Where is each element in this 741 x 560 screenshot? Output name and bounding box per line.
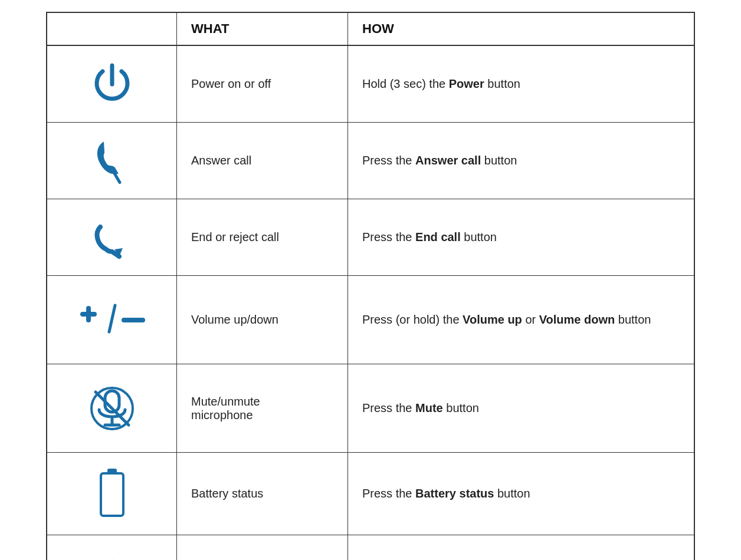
- cell-how-volume: Press (or hold) the Volume up or Volume …: [348, 276, 694, 364]
- header-how-label: HOW: [362, 21, 394, 37]
- what-battery-text: Battery status: [191, 487, 263, 500]
- bluetooth-icon: [88, 556, 136, 560]
- cell-how-answer-call: Press the Answer call button: [348, 123, 694, 199]
- how-battery-text: Press the Battery status button: [362, 487, 530, 500]
- answer-call-icon: [88, 137, 136, 185]
- volume-icon: [77, 299, 147, 341]
- how-volume-text: Press (or hold) the Volume up or Volume …: [362, 313, 651, 327]
- row-mute: Mute/unmutemicrophone Press the Mute but…: [47, 364, 694, 453]
- row-answer-call: Answer call Press the Answer call button: [47, 123, 694, 199]
- how-power-text: Hold (3 sec) the Power button: [362, 77, 520, 91]
- cell-icon-mute: [47, 364, 177, 452]
- cell-what-answer-call: Answer call: [177, 123, 348, 199]
- cell-icon-volume: [47, 276, 177, 364]
- row-end-call: End or reject call Press the End call bu…: [47, 199, 694, 276]
- what-power-text: Power on or off: [191, 77, 271, 91]
- header-how-col: HOW: [348, 13, 694, 45]
- cell-what-bluetooth: Connect Bluetoothdevice: [177, 535, 348, 560]
- what-answer-call-text: Answer call: [191, 154, 251, 167]
- header-what-label: WHAT: [191, 21, 229, 37]
- end-call-icon: [88, 214, 136, 261]
- cell-what-volume: Volume up/down: [177, 276, 348, 364]
- reference-table: WHAT HOW Power on or off Hold (3 sec) th…: [46, 12, 695, 560]
- row-volume: Volume up/down Press (or hold) the Volum…: [47, 276, 694, 364]
- row-power: Power on or off Hold (3 sec) the Power b…: [47, 46, 694, 123]
- svg-line-3: [109, 305, 115, 332]
- cell-what-battery: Battery status: [177, 453, 348, 535]
- header-icon-col: [47, 13, 177, 45]
- cell-what-power: Power on or off: [177, 46, 348, 122]
- row-bluetooth: Connect Bluetoothdevice Press the Blueto…: [47, 535, 694, 560]
- cell-what-mute: Mute/unmutemicrophone: [177, 364, 348, 452]
- cell-icon-bluetooth: [47, 535, 177, 560]
- header-row: WHAT HOW: [47, 13, 694, 46]
- cell-how-mute: Press the Mute button: [348, 364, 694, 452]
- row-battery: Battery status Press the Battery status …: [47, 453, 694, 535]
- what-mute-text: Mute/unmutemicrophone: [191, 395, 260, 422]
- cell-icon-battery: [47, 453, 177, 535]
- cell-how-bluetooth: Press the Bluetooth status button: [348, 535, 694, 560]
- how-mute-text: Press the Mute button: [362, 401, 479, 415]
- mute-icon: [88, 385, 136, 432]
- header-what-col: WHAT: [177, 13, 348, 45]
- what-volume-text: Volume up/down: [191, 313, 278, 327]
- how-end-call-text: Press the End call button: [362, 230, 497, 244]
- cell-how-battery: Press the Battery status button: [348, 453, 694, 535]
- svg-rect-11: [101, 473, 123, 516]
- cell-icon-power: [47, 46, 177, 122]
- cell-what-end-call: End or reject call: [177, 199, 348, 275]
- cell-icon-answer-call: [47, 123, 177, 199]
- cell-how-power: Hold (3 sec) the Power button: [348, 46, 694, 122]
- cell-how-end-call: Press the End call button: [348, 199, 694, 275]
- how-answer-call-text: Press the Answer call button: [362, 154, 517, 167]
- cell-icon-end-call: [47, 199, 177, 275]
- what-end-call-text: End or reject call: [191, 230, 279, 244]
- battery-icon: [97, 467, 127, 521]
- power-icon: [88, 61, 136, 108]
